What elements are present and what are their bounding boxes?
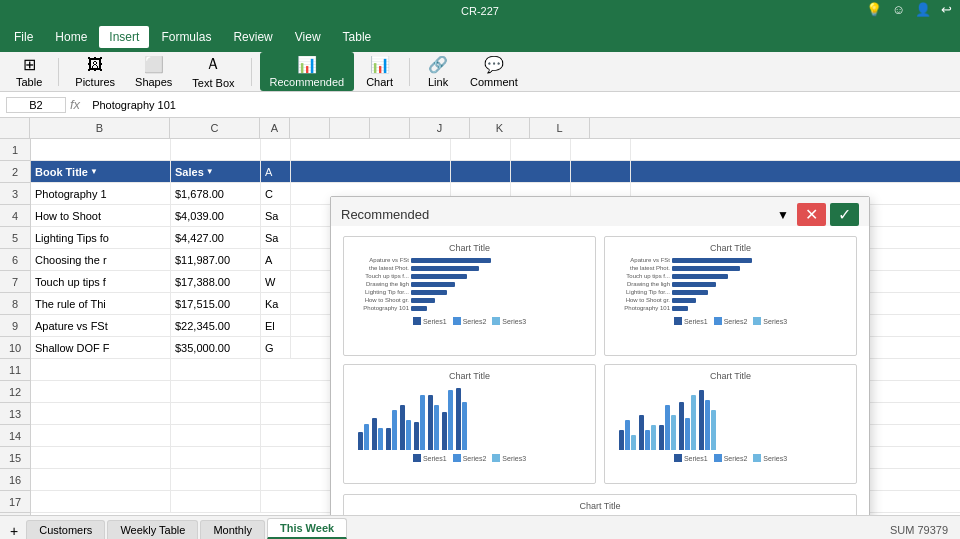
cell-l2[interactable]: [571, 161, 631, 182]
cell-d1[interactable]: [261, 139, 291, 160]
cell-b13[interactable]: [31, 403, 171, 424]
menu-review[interactable]: Review: [223, 26, 282, 48]
chart-preview-2[interactable]: Chart Title Apature vs FSt the latest Ph…: [604, 236, 857, 356]
row-header-2[interactable]: 2: [0, 161, 30, 183]
row-header-3[interactable]: 3: [0, 183, 30, 205]
cell-c5[interactable]: $4,427.00: [171, 227, 261, 248]
toolbar-chart[interactable]: 📊 Chart: [358, 52, 401, 91]
add-sheet-button[interactable]: +: [4, 523, 24, 539]
dropdown-arrow-dialog[interactable]: ▼: [777, 208, 789, 222]
cell-b2[interactable]: Book Title ▼: [31, 161, 171, 182]
lightbulb-icon[interactable]: 💡: [866, 2, 882, 17]
cell-b9[interactable]: Apature vs FSt: [31, 315, 171, 336]
cell-c12[interactable]: [171, 381, 261, 402]
cell-d2[interactable]: A: [261, 161, 291, 182]
toolbar-textbox[interactable]: Ａ Text Box: [184, 51, 242, 92]
cancel-button[interactable]: ✕: [797, 203, 826, 226]
toolbar-shapes[interactable]: ⬜ Shapes: [127, 52, 180, 91]
col-header-b[interactable]: B: [30, 118, 170, 138]
cell-c15[interactable]: [171, 447, 261, 468]
cell-b15[interactable]: [31, 447, 171, 468]
chart-preview-1[interactable]: Chart Title Apature vs FSt the latest Ph…: [343, 236, 596, 356]
tab-weekly-table[interactable]: Weekly Table: [107, 520, 198, 539]
cell-d3[interactable]: C: [261, 183, 291, 204]
row-header-14[interactable]: 14: [0, 425, 30, 447]
cell-c1[interactable]: [171, 139, 261, 160]
dropdown-icon-2[interactable]: ▼: [206, 167, 214, 176]
cell-b10[interactable]: Shallow DOF F: [31, 337, 171, 358]
cell-k1[interactable]: [511, 139, 571, 160]
row-header-13[interactable]: 13: [0, 403, 30, 425]
col-header-c[interactable]: C: [170, 118, 260, 138]
toolbar-comment[interactable]: 💬 Comment: [462, 52, 526, 91]
cell-l1[interactable]: [571, 139, 631, 160]
row-header-6[interactable]: 6: [0, 249, 30, 271]
cell-c13[interactable]: [171, 403, 261, 424]
col-header-d[interactable]: [290, 118, 330, 138]
cell-d9[interactable]: El: [261, 315, 291, 336]
cell-reference[interactable]: B2: [6, 97, 66, 113]
row-header-16[interactable]: 16: [0, 469, 30, 491]
cell-d7[interactable]: W: [261, 271, 291, 292]
col-header-j[interactable]: J: [410, 118, 470, 138]
ok-button[interactable]: ✓: [830, 203, 859, 226]
col-header-l[interactable]: L: [530, 118, 590, 138]
row-header-7[interactable]: 7: [0, 271, 30, 293]
cell-d5[interactable]: Sa: [261, 227, 291, 248]
cell-e1[interactable]: [291, 139, 451, 160]
row-header-17[interactable]: 17: [0, 491, 30, 513]
cell-j1[interactable]: [451, 139, 511, 160]
menu-file[interactable]: File: [4, 26, 43, 48]
cell-c10[interactable]: $35,000.00: [171, 337, 261, 358]
col-header-k[interactable]: K: [470, 118, 530, 138]
toolbar-table[interactable]: ⊞ Table: [8, 52, 50, 91]
toolbar-recommended[interactable]: 📊 Recommended: [260, 52, 355, 91]
row-header-4[interactable]: 4: [0, 205, 30, 227]
cell-c17[interactable]: [171, 491, 261, 512]
cell-c16[interactable]: [171, 469, 261, 490]
cell-c8[interactable]: $17,515.00: [171, 293, 261, 314]
smiley-icon[interactable]: ☺: [892, 2, 905, 17]
tab-monthly[interactable]: Monthly: [200, 520, 265, 539]
cell-d10[interactable]: G: [261, 337, 291, 358]
col-header-a[interactable]: A: [260, 118, 290, 138]
cell-d4[interactable]: Sa: [261, 205, 291, 226]
row-header-12[interactable]: 12: [0, 381, 30, 403]
cell-b8[interactable]: The rule of Thi: [31, 293, 171, 314]
row-header-10[interactable]: 10: [0, 337, 30, 359]
row-header-1[interactable]: 1: [0, 139, 30, 161]
toolbar-pictures[interactable]: 🖼 Pictures: [67, 53, 123, 91]
cell-c11[interactable]: [171, 359, 261, 380]
cell-k2[interactable]: [511, 161, 571, 182]
dropdown-icon[interactable]: ▼: [90, 167, 98, 176]
cell-c6[interactable]: $11,987.00: [171, 249, 261, 270]
row-header-11[interactable]: 11: [0, 359, 30, 381]
col-header-e[interactable]: [330, 118, 370, 138]
cell-c9[interactable]: $22,345.00: [171, 315, 261, 336]
col-header-f[interactable]: [370, 118, 410, 138]
cell-b17[interactable]: [31, 491, 171, 512]
chart-preview-4[interactable]: Chart Title Series1 Series2 Series3: [604, 364, 857, 484]
chart-preview-3[interactable]: Chart Title Series1 Series2 Series3: [343, 364, 596, 484]
formula-content[interactable]: Photography 101: [88, 98, 954, 112]
undo-icon[interactable]: ↩: [941, 2, 952, 17]
cell-j2[interactable]: [451, 161, 511, 182]
cell-rest2[interactable]: [291, 161, 451, 182]
cell-b3[interactable]: Photography 1: [31, 183, 171, 204]
menu-table[interactable]: Table: [333, 26, 382, 48]
cell-b11[interactable]: [31, 359, 171, 380]
row-header-15[interactable]: 15: [0, 447, 30, 469]
cell-c14[interactable]: [171, 425, 261, 446]
row-header-8[interactable]: 8: [0, 293, 30, 315]
menu-view[interactable]: View: [285, 26, 331, 48]
chart-preview-5[interactable]: Chart Title Apature vs FSt the latest Ph…: [343, 494, 857, 515]
row-header-5[interactable]: 5: [0, 227, 30, 249]
cell-c3[interactable]: $1,678.00: [171, 183, 261, 204]
cell-b4[interactable]: How to Shoot: [31, 205, 171, 226]
row-header-9[interactable]: 9: [0, 315, 30, 337]
cell-d8[interactable]: Ka: [261, 293, 291, 314]
cell-b7[interactable]: Touch up tips f: [31, 271, 171, 292]
menu-insert[interactable]: Insert: [99, 26, 149, 48]
cell-b12[interactable]: [31, 381, 171, 402]
cell-c2[interactable]: Sales ▼: [171, 161, 261, 182]
